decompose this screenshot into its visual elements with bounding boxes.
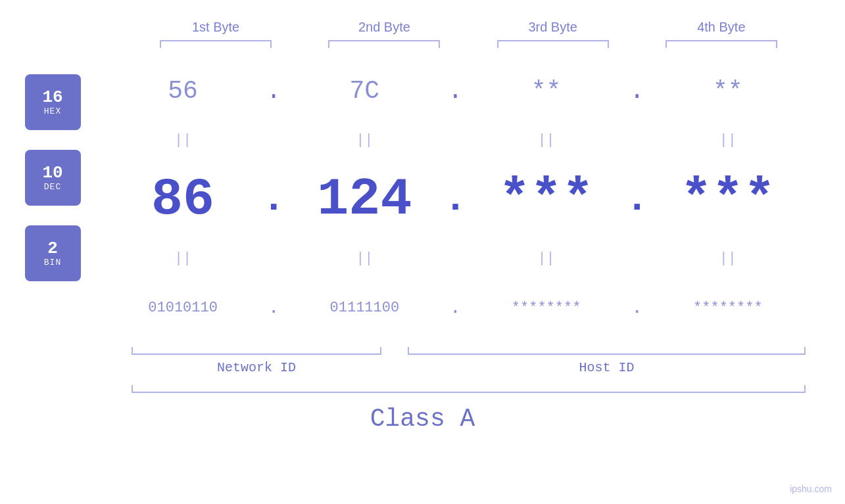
- dec-byte4: ***: [650, 170, 806, 229]
- hex-dot1: .: [260, 77, 287, 105]
- dec-dot2: .: [443, 177, 469, 221]
- equals-row-2: || || || ||: [99, 245, 845, 271]
- eq2-col4: ||: [650, 250, 806, 267]
- hex-dot3: .: [624, 77, 650, 105]
- bracket-col3: [469, 40, 637, 48]
- bin-dot3: .: [624, 298, 650, 318]
- id-labels: Network ID Host ID: [0, 360, 845, 375]
- dec-dot3: .: [624, 177, 650, 221]
- network-id-label: Network ID: [132, 360, 381, 375]
- eq2-col1: ||: [105, 250, 260, 267]
- top-bracket-2: [328, 40, 440, 48]
- top-brackets: [0, 40, 845, 48]
- bin-badge-label: BIN: [44, 258, 61, 267]
- hex-badge-num: 16: [42, 88, 62, 107]
- watermark: ipshu.com: [790, 484, 832, 494]
- eq1-col1: ||: [105, 132, 260, 149]
- network-bracket-line: [132, 347, 381, 355]
- bin-badge: 2 BIN: [25, 225, 81, 281]
- bin-byte3: ********: [469, 300, 624, 316]
- dec-byte1: 86: [105, 170, 260, 229]
- top-bracket-3: [497, 40, 609, 48]
- equals-row-1: || || || ||: [99, 127, 845, 153]
- dec-row: 86 . 124 . *** . ***: [99, 153, 845, 245]
- byte3-header: 3rd Byte: [469, 20, 637, 35]
- dec-byte3: ***: [469, 170, 624, 229]
- host-bracket-line: [408, 347, 806, 355]
- byte2-header: 2nd Byte: [300, 20, 468, 35]
- bin-dot2: .: [443, 298, 469, 318]
- values-area: 56 . 7C . ** . ** || || || || 86: [99, 55, 845, 344]
- bin-byte4: ********: [650, 300, 806, 316]
- bin-byte1: 01010110: [105, 300, 260, 316]
- bin-byte2: 01111100: [287, 300, 442, 316]
- main-container: 1st Byte 2nd Byte 3rd Byte 4th Byte 16 H…: [0, 0, 845, 504]
- eq1-col4: ||: [650, 132, 806, 149]
- dec-badge-num: 10: [42, 164, 62, 183]
- hex-dot2: .: [443, 77, 469, 105]
- host-bracket-container: [408, 347, 806, 355]
- hex-row: 56 . 7C . ** . **: [99, 55, 845, 127]
- hex-byte3: **: [469, 77, 624, 105]
- hex-badge-label: HEX: [44, 106, 61, 116]
- network-bracket-container: [132, 347, 381, 355]
- eq2-col2: ||: [287, 250, 442, 267]
- byte-headers: 1st Byte 2nd Byte 3rd Byte 4th Byte: [0, 0, 845, 35]
- class-label: Class A: [0, 405, 845, 433]
- bottom-brackets: [0, 347, 845, 355]
- bracket-col2: [300, 40, 468, 48]
- bin-row: 01010110 . 01111100 . ******** . *******…: [99, 271, 845, 344]
- bracket-col4: [637, 40, 806, 48]
- dec-dot1: .: [260, 177, 287, 221]
- badge-column: 16 HEX 10 DEC 2 BIN: [7, 55, 99, 344]
- eq2-col3: ||: [469, 250, 624, 267]
- eq1-col2: ||: [287, 132, 442, 149]
- hex-byte4: **: [650, 77, 806, 105]
- hex-byte2: 7C: [287, 77, 442, 105]
- bracket-col1: [132, 40, 300, 48]
- bracket-spacer: [381, 347, 408, 355]
- label-spacer: [381, 360, 408, 375]
- hex-badge: 16 HEX: [25, 74, 81, 130]
- bin-badge-num: 2: [47, 239, 58, 258]
- host-id-label: Host ID: [408, 360, 806, 375]
- hex-byte1: 56: [105, 77, 260, 105]
- rows-area: 16 HEX 10 DEC 2 BIN 56 . 7C . ** . **: [0, 55, 845, 344]
- byte1-header: 1st Byte: [132, 20, 300, 35]
- full-bracket-line: [132, 385, 806, 393]
- bin-dot1: .: [260, 298, 287, 318]
- dec-badge-label: DEC: [44, 182, 61, 192]
- dec-badge: 10 DEC: [25, 150, 81, 206]
- top-bracket-4: [665, 40, 777, 48]
- dec-byte2: 124: [287, 170, 442, 229]
- full-bracket-area: [0, 385, 845, 393]
- byte4-header: 4th Byte: [637, 20, 806, 35]
- eq1-col3: ||: [469, 132, 624, 149]
- top-bracket-1: [160, 40, 272, 48]
